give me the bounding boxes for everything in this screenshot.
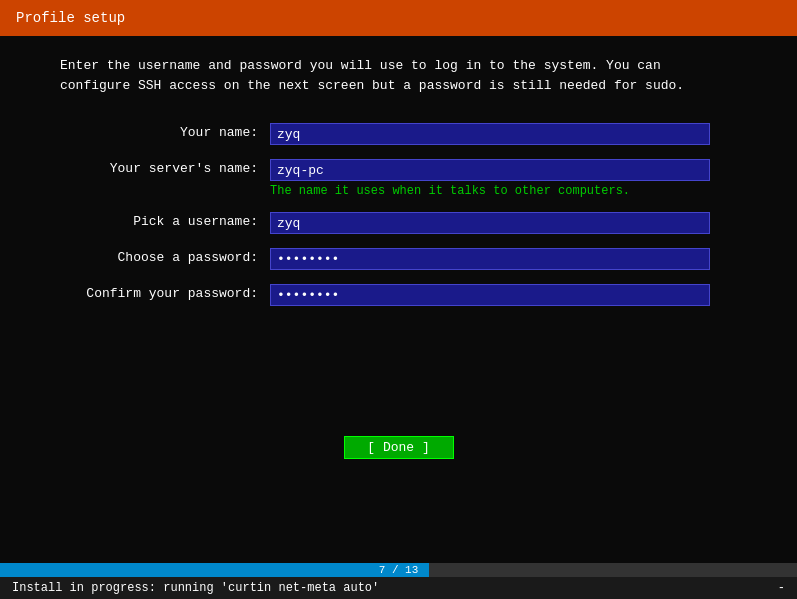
form-row-server-name: Your server's name: The name it uses whe… <box>60 159 737 198</box>
your-name-input[interactable] <box>270 123 710 145</box>
progress-bar-container: 7 / 13 <box>0 563 797 577</box>
field-group-confirm-password <box>270 284 710 306</box>
description-text: Enter the username and password you will… <box>60 56 700 95</box>
field-group-username <box>270 212 710 234</box>
field-group-your-name <box>270 123 710 145</box>
status-text: Install in progress: running 'curtin net… <box>12 581 379 595</box>
field-group-server-name: The name it uses when it talks to other … <box>270 159 710 198</box>
form-row-your-name: Your name: <box>60 123 737 145</box>
header-bar: Profile setup <box>0 0 797 36</box>
form-area: Your name: Your server's name: The name … <box>60 123 737 306</box>
form-row-username: Pick a username: <box>60 212 737 234</box>
field-group-password <box>270 248 710 270</box>
form-row-password: Choose a password: <box>60 248 737 270</box>
confirm-password-input[interactable] <box>270 284 710 306</box>
bottom-bar: 7 / 13 Install in progress: running 'cur… <box>0 563 797 599</box>
username-input[interactable] <box>270 212 710 234</box>
password-input[interactable] <box>270 248 710 270</box>
header-title: Profile setup <box>16 10 125 26</box>
form-row-confirm-password: Confirm your password: <box>60 284 737 306</box>
label-your-name: Your name: <box>60 123 270 140</box>
main-content: Enter the username and password you will… <box>0 36 797 491</box>
label-password: Choose a password: <box>60 248 270 265</box>
status-dash: - <box>778 581 785 595</box>
server-name-hint: The name it uses when it talks to other … <box>270 184 710 198</box>
progress-label: 7 / 13 <box>0 563 797 577</box>
label-username: Pick a username: <box>60 212 270 229</box>
server-name-input[interactable] <box>270 159 710 181</box>
done-button[interactable]: [ Done ] <box>344 436 454 459</box>
label-confirm-password: Confirm your password: <box>60 284 270 301</box>
done-button-area: [ Done ] <box>60 436 737 459</box>
label-server-name: Your server's name: <box>60 159 270 176</box>
status-bar: Install in progress: running 'curtin net… <box>0 577 797 599</box>
